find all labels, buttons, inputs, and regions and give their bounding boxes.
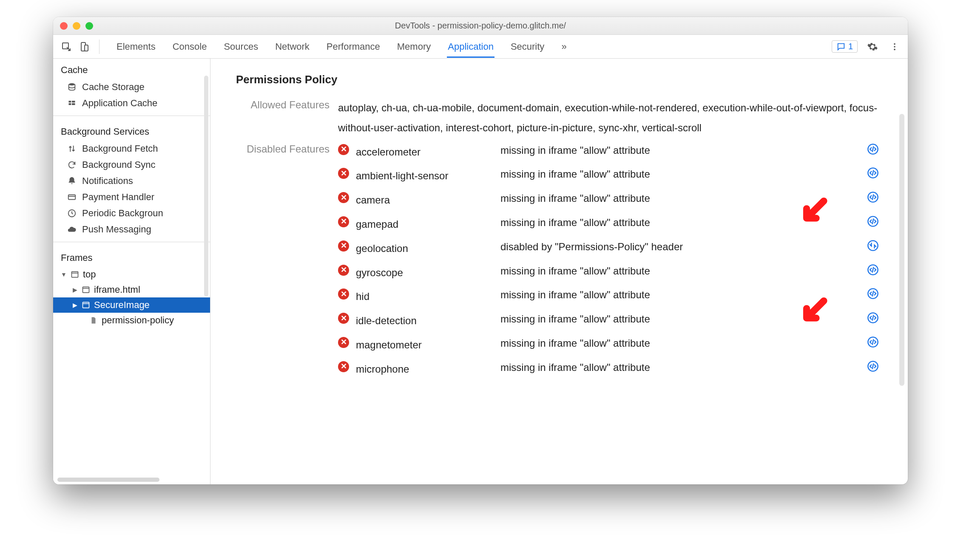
annotation-arrow-icon bbox=[795, 293, 833, 334]
clock-icon bbox=[67, 208, 77, 218]
issues-badge[interactable]: 1 bbox=[832, 40, 858, 53]
sidebar-item-periodic-background[interactable]: Periodic Backgroun bbox=[53, 205, 210, 221]
sidebar-item-application-cache[interactable]: Application Cache bbox=[53, 95, 210, 111]
tabs-overflow-icon[interactable]: » bbox=[560, 36, 567, 57]
sidebar-scrollbar[interactable] bbox=[204, 76, 208, 297]
sidebar-item-label: Periodic Backgroun bbox=[82, 208, 163, 219]
feature-name: idle-detection bbox=[356, 311, 496, 331]
feature-reason: missing in iframe "allow" attribute bbox=[500, 263, 859, 279]
more-icon[interactable] bbox=[887, 40, 902, 54]
minimize-icon[interactable] bbox=[73, 22, 80, 30]
window-titlebar: DevTools - permission-policy-demo.glitch… bbox=[53, 17, 908, 35]
tree-row-permission-policy[interactable]: permission-policy bbox=[61, 313, 210, 328]
tab-memory[interactable]: Memory bbox=[396, 36, 432, 57]
disabled-features-label: Disabled Features bbox=[236, 142, 338, 379]
card-icon bbox=[67, 192, 77, 202]
caret-right-icon: ▶ bbox=[72, 302, 78, 308]
sidebar-item-background-fetch[interactable]: Background Fetch bbox=[53, 141, 210, 157]
svg-point-20 bbox=[868, 240, 878, 250]
file-icon bbox=[89, 316, 98, 325]
tab-security[interactable]: Security bbox=[510, 36, 545, 57]
window-icon bbox=[70, 270, 80, 279]
disabled-feature-row: ✕geolocationdisabled by "Permissions-Pol… bbox=[338, 239, 882, 259]
sidebar-item-background-sync[interactable]: Background Sync bbox=[53, 157, 210, 173]
tab-elements[interactable]: Elements bbox=[116, 36, 156, 57]
tab-sources[interactable]: Sources bbox=[223, 36, 259, 57]
tree-row-secureimage[interactable]: ▶ SecureImage bbox=[53, 297, 210, 313]
feature-reason: missing in iframe "allow" attribute bbox=[500, 359, 859, 375]
error-icon: ✕ bbox=[338, 337, 349, 348]
sidebar-item-label: Push Messaging bbox=[82, 224, 151, 235]
tree-row-top[interactable]: ▼ top bbox=[61, 267, 210, 282]
sidebar-hscrollbar[interactable] bbox=[57, 478, 159, 482]
settings-icon[interactable] bbox=[865, 40, 880, 54]
allowed-features-value: autoplay, ch-ua, ch-ua-mobile, document-… bbox=[338, 98, 882, 138]
elements-link-icon[interactable] bbox=[864, 335, 882, 348]
sidebar-item-label: Application Cache bbox=[82, 98, 157, 109]
disabled-feature-row: ✕accelerometermissing in iframe "allow" … bbox=[338, 142, 882, 162]
disabled-features-list: ✕accelerometermissing in iframe "allow" … bbox=[338, 142, 882, 379]
sidebar-group-frames: Frames bbox=[53, 246, 210, 267]
elements-link-icon[interactable] bbox=[864, 263, 882, 276]
tab-performance[interactable]: Performance bbox=[326, 36, 381, 57]
network-link-icon[interactable] bbox=[864, 239, 882, 252]
caret-right-icon: ▶ bbox=[72, 286, 78, 293]
bell-icon bbox=[67, 176, 77, 186]
tree-label: iframe.html bbox=[94, 284, 140, 295]
elements-link-icon[interactable] bbox=[864, 142, 882, 155]
elements-link-icon[interactable] bbox=[864, 215, 882, 227]
feature-name: accelerometer bbox=[356, 142, 496, 162]
feature-reason: disabled by "Permissions-Policy" header bbox=[500, 239, 859, 255]
svg-rect-2 bbox=[85, 45, 88, 51]
panel-tabs: Elements Console Sources Network Perform… bbox=[116, 36, 828, 57]
svg-rect-9 bbox=[69, 103, 71, 105]
sidebar-item-notifications[interactable]: Notifications bbox=[53, 173, 210, 189]
device-toggle-icon[interactable] bbox=[77, 40, 91, 54]
feature-name: gyroscope bbox=[356, 263, 496, 283]
error-icon: ✕ bbox=[338, 361, 349, 372]
disabled-feature-row: ✕microphonemissing in iframe "allow" att… bbox=[338, 359, 882, 379]
feature-reason: missing in iframe "allow" attribute bbox=[500, 166, 859, 182]
feature-name: magnetometer bbox=[356, 335, 496, 355]
sidebar-item-cache-storage[interactable]: Cache Storage bbox=[53, 79, 210, 95]
sidebar-item-push-messaging[interactable]: Push Messaging bbox=[53, 221, 210, 238]
error-icon: ✕ bbox=[338, 240, 349, 252]
tab-application[interactable]: Application bbox=[447, 36, 495, 57]
sync-icon bbox=[67, 160, 77, 170]
tab-console[interactable]: Console bbox=[172, 36, 208, 57]
disabled-feature-row: ✕magnetometermissing in iframe "allow" a… bbox=[338, 335, 882, 355]
inspect-icon[interactable] bbox=[59, 40, 74, 54]
elements-link-icon[interactable] bbox=[864, 311, 882, 324]
svg-rect-15 bbox=[83, 302, 89, 308]
frame-icon bbox=[81, 300, 91, 310]
elements-link-icon[interactable] bbox=[864, 166, 882, 179]
sidebar-item-payment-handler[interactable]: Payment Handler bbox=[53, 189, 210, 205]
feature-name: hid bbox=[356, 287, 496, 307]
issues-count: 1 bbox=[848, 42, 853, 51]
database-icon bbox=[67, 82, 77, 92]
section-heading: Permissions Policy bbox=[236, 73, 882, 86]
close-icon[interactable] bbox=[60, 22, 68, 30]
tree-row-iframe[interactable]: ▶ iframe.html bbox=[61, 282, 210, 297]
svg-rect-13 bbox=[72, 272, 78, 277]
tab-network[interactable]: Network bbox=[274, 36, 310, 57]
caret-down-icon: ▼ bbox=[61, 271, 67, 278]
cloud-icon bbox=[67, 224, 77, 235]
main-scrollbar[interactable] bbox=[899, 114, 904, 386]
maximize-icon[interactable] bbox=[85, 22, 93, 30]
elements-link-icon[interactable] bbox=[864, 359, 882, 372]
feature-name: geolocation bbox=[356, 239, 496, 259]
svg-point-4 bbox=[894, 46, 895, 48]
svg-rect-10 bbox=[72, 103, 75, 105]
sidebar-item-label: Background Fetch bbox=[82, 143, 158, 154]
annotation-arrow-icon bbox=[795, 193, 833, 234]
frame-details-pane: Permissions Policy Allowed Features auto… bbox=[210, 59, 908, 484]
svg-rect-11 bbox=[68, 195, 76, 200]
elements-link-icon[interactable] bbox=[864, 287, 882, 300]
devtools-toolbar: Elements Console Sources Network Perform… bbox=[53, 35, 908, 59]
feature-name: microphone bbox=[356, 359, 496, 379]
sidebar-group-background: Background Services bbox=[53, 120, 210, 141]
sidebar-item-label: Background Sync bbox=[82, 159, 155, 170]
feature-reason: missing in iframe "allow" attribute bbox=[500, 335, 859, 351]
elements-link-icon[interactable] bbox=[864, 190, 882, 203]
